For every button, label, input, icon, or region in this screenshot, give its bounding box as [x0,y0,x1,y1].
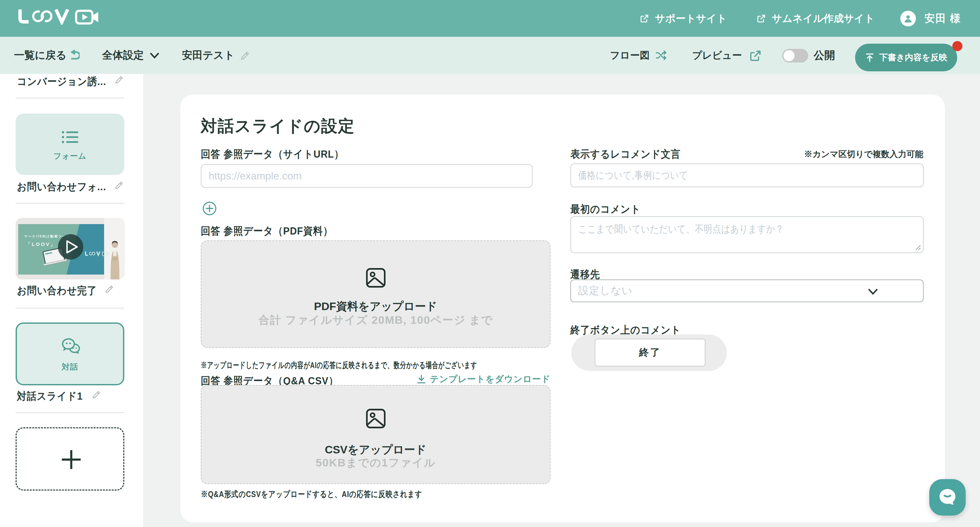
svg-text:「LOOV」: 「LOOV」 [26,241,56,247]
svg-text:VIDEO: VIDEO [103,257,109,258]
